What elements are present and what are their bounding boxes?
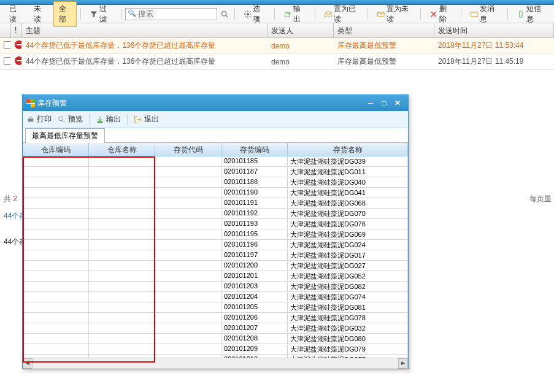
cell-whname [89,261,155,271]
cell-invnum: 020101200 [221,261,288,271]
message-row[interactable]: 44个存货已低于最低库存量，136个存货已超过最高库存量demo库存最高最低预警… [0,38,554,54]
col-flag-header[interactable] [0,23,11,37]
cell-whname [89,355,155,358]
scroll-right-icon[interactable]: ► [398,358,408,369]
print-button[interactable]: 打印 [26,114,52,125]
row-type: 库存最高最低预警 [334,56,434,67]
cell-invcode [155,271,221,281]
cell-invnum: 020101210 [221,355,288,358]
cell-invname: 大津泥盐湖硅藻泥DG039 [288,156,408,166]
search-input[interactable] [125,8,217,20]
separator [507,9,508,20]
cell-invnum: 020101206 [221,313,288,323]
preview-button[interactable]: 预览 [58,114,83,125]
dialog-row[interactable]: 020101195大津泥盐湖硅藻泥DG069 [23,229,408,240]
dialog-row[interactable]: 020101187大津泥盐湖硅藻泥DG011 [23,167,408,177]
cell-invname: 大津泥盐湖硅藻泥DG027 [288,261,408,271]
col-type-header[interactable]: 类型 [334,23,434,37]
mark-read-label: 置为已读 [334,4,358,25]
dialog-row[interactable]: 020101205大津泥盐湖硅藻泥DG081 [23,302,408,313]
cell-invname: 大津泥盐湖硅藻泥DG017 [288,250,408,260]
cell-invcode [155,240,221,250]
dialog-row[interactable]: 020101204大津泥盐湖硅藻泥DG074 [23,292,408,302]
col-subject-header[interactable]: 主题 [22,23,267,37]
svg-rect-4 [471,12,477,17]
row-checkbox[interactable] [0,57,11,67]
cell-invcode [155,344,221,354]
dialog-row[interactable]: 020101193大津泥盐湖硅藻泥DG076 [23,219,408,229]
cell-invname: 大津泥盐湖硅藻泥DG024 [288,240,408,250]
filter-label: 过滤 [99,4,112,25]
dialog-row[interactable]: 020101210大津泥盐湖硅藻泥DG077 [23,355,408,358]
cell-invname: 大津泥盐湖硅藻泥DG078 [288,313,408,323]
minimize-button[interactable]: ─ [364,99,377,107]
dlg-col-invnum[interactable]: 存货编码 [221,143,288,156]
cell-invname: 大津泥盐湖硅藻泥DG052 [288,271,408,281]
dialog-row[interactable]: 020101203大津泥盐湖硅藻泥DG082 [23,282,408,292]
cell-whcode [23,282,89,291]
cell-invname: 大津泥盐湖硅藻泥DG068 [288,198,408,208]
separator [127,114,128,125]
row-checkbox[interactable] [0,41,11,51]
dialog-row[interactable]: 020101190大津泥盐湖硅藻泥DG041 [23,188,408,198]
dialog-row[interactable]: 020101207大津泥盐湖硅藻泥DG032 [23,323,408,334]
dialog-row[interactable]: 020101208大津泥盐湖硅藻泥DG080 [23,334,408,344]
cell-whname [89,344,155,354]
col-sender-header[interactable]: 发送人 [267,23,334,37]
exit-button[interactable]: 退出 [134,114,159,125]
row-subject: 44个存货已低于最低库存量，136个存货已超过最高库存量 [22,56,267,67]
col-time-header[interactable]: 发送时间 [434,23,554,37]
dialog-hscrollbar[interactable]: ◄ ► [23,358,408,369]
cell-whcode [23,250,89,260]
dialog-row[interactable]: 020101206大津泥盐湖硅藻泥DG078 [23,313,408,323]
dialog-row[interactable]: 020101197大津泥盐湖硅藻泥DG017 [23,250,408,261]
cell-invcode [155,198,221,208]
cell-invnum: 020101190 [221,188,288,198]
exit-label: 退出 [144,114,159,125]
dlg-col-whcode[interactable]: 仓库编码 [23,143,89,156]
cell-invcode [155,355,221,358]
scroll-track[interactable] [33,358,398,369]
separator [89,114,90,125]
dialog-row[interactable]: 020101196大津泥盐湖硅藻泥DG024 [23,240,408,250]
dialog-row[interactable]: 020101209大津泥盐湖硅藻泥DG079 [23,344,408,355]
dialog-row[interactable]: 020101200大津泥盐湖硅藻泥DG027 [23,261,408,271]
funnel-icon [90,10,98,18]
cell-whcode [23,271,89,281]
row-type: 库存最高最低预警 [334,40,434,51]
cell-invcode [155,156,221,166]
close-button[interactable]: ✕ [391,99,404,107]
mark-unread-label: 置为未读 [387,4,411,25]
dlg-col-invname[interactable]: 存货名称 [288,143,408,156]
message-row[interactable]: 44个存货已低于最低库存量，136个存货已超过最高库存量demo库存最高最低预警… [0,54,554,70]
maximize-button[interactable]: □ [377,99,391,107]
dialog-tabs: 最高最低库存量预警 [23,128,408,143]
search-go-icon[interactable] [221,10,228,18]
dlg-col-invcode[interactable]: 存货代码 [155,143,221,156]
dlg-export-button[interactable]: 输出 [96,114,121,125]
dialog-row[interactable]: 020101185大津泥盐湖硅藻泥DG039 [23,156,408,167]
cell-invname: 大津泥盐湖硅藻泥DG082 [288,282,408,291]
separator [274,9,275,20]
tab-stock-alert[interactable]: 最高最低库存量预警 [25,128,105,143]
dlg-col-whname[interactable]: 仓库名称 [89,143,155,156]
dialog-row[interactable]: 020101188大津泥盐湖硅藻泥DG040 [23,177,408,188]
dialog-titlebar[interactable]: 库存预警 ─ □ ✕ [23,95,408,111]
phone-icon [517,10,525,18]
dialog-row[interactable]: 020101191大津泥盐湖硅藻泥DG068 [23,198,408,209]
dialog-row[interactable]: 020101201大津泥盐湖硅藻泥DG052 [23,271,408,282]
cell-whname [89,156,155,166]
cell-invcode [155,188,221,198]
cell-invnum: 020101185 [221,156,288,166]
cell-invname: 大津泥盐湖硅藻泥DG069 [288,229,408,239]
cell-whname [89,177,155,187]
col-importance-header[interactable]: ! [11,23,22,37]
cell-whcode [23,355,89,358]
dialog-row[interactable]: 020101192大津泥盐湖硅藻泥DG070 [23,209,408,219]
stop-icon [11,40,22,51]
cell-invname: 大津泥盐湖硅藻泥DG074 [288,292,408,302]
x-icon [430,10,437,18]
cell-invcode [155,334,221,344]
dialog-grid-body[interactable]: 020101185大津泥盐湖硅藻泥DG039020101187大津泥盐湖硅藻泥D… [23,156,408,358]
scroll-left-icon[interactable]: ◄ [23,358,33,369]
